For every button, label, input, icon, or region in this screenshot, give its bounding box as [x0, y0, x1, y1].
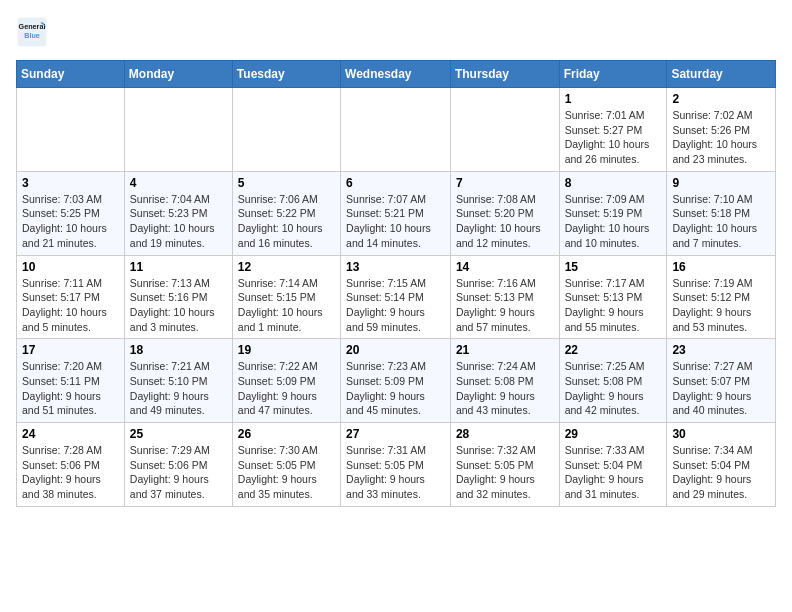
day-info: Sunrise: 7:30 AM Sunset: 5:05 PM Dayligh…	[238, 443, 335, 502]
day-info: Sunrise: 7:10 AM Sunset: 5:18 PM Dayligh…	[672, 192, 770, 251]
calendar-header: SundayMondayTuesdayWednesdayThursdayFrid…	[17, 61, 776, 88]
day-number: 17	[22, 343, 119, 357]
calendar-cell	[232, 88, 340, 172]
day-number: 20	[346, 343, 445, 357]
day-number: 16	[672, 260, 770, 274]
calendar-week-row: 17Sunrise: 7:20 AM Sunset: 5:11 PM Dayli…	[17, 339, 776, 423]
weekday-row: SundayMondayTuesdayWednesdayThursdayFrid…	[17, 61, 776, 88]
day-info: Sunrise: 7:19 AM Sunset: 5:12 PM Dayligh…	[672, 276, 770, 335]
calendar-week-row: 24Sunrise: 7:28 AM Sunset: 5:06 PM Dayli…	[17, 423, 776, 507]
day-number: 10	[22, 260, 119, 274]
day-number: 18	[130, 343, 227, 357]
day-info: Sunrise: 7:32 AM Sunset: 5:05 PM Dayligh…	[456, 443, 554, 502]
calendar-cell	[17, 88, 125, 172]
calendar-cell: 21Sunrise: 7:24 AM Sunset: 5:08 PM Dayli…	[450, 339, 559, 423]
day-info: Sunrise: 7:07 AM Sunset: 5:21 PM Dayligh…	[346, 192, 445, 251]
day-info: Sunrise: 7:20 AM Sunset: 5:11 PM Dayligh…	[22, 359, 119, 418]
day-info: Sunrise: 7:08 AM Sunset: 5:20 PM Dayligh…	[456, 192, 554, 251]
weekday-header: Monday	[124, 61, 232, 88]
day-number: 6	[346, 176, 445, 190]
calendar-cell: 9Sunrise: 7:10 AM Sunset: 5:18 PM Daylig…	[667, 171, 776, 255]
day-number: 22	[565, 343, 662, 357]
day-number: 24	[22, 427, 119, 441]
calendar-cell: 24Sunrise: 7:28 AM Sunset: 5:06 PM Dayli…	[17, 423, 125, 507]
day-info: Sunrise: 7:13 AM Sunset: 5:16 PM Dayligh…	[130, 276, 227, 335]
weekday-header: Tuesday	[232, 61, 340, 88]
calendar-week-row: 1Sunrise: 7:01 AM Sunset: 5:27 PM Daylig…	[17, 88, 776, 172]
calendar-cell: 17Sunrise: 7:20 AM Sunset: 5:11 PM Dayli…	[17, 339, 125, 423]
day-number: 13	[346, 260, 445, 274]
calendar-cell: 27Sunrise: 7:31 AM Sunset: 5:05 PM Dayli…	[341, 423, 451, 507]
calendar-week-row: 3Sunrise: 7:03 AM Sunset: 5:25 PM Daylig…	[17, 171, 776, 255]
calendar-cell: 20Sunrise: 7:23 AM Sunset: 5:09 PM Dayli…	[341, 339, 451, 423]
day-number: 1	[565, 92, 662, 106]
day-number: 15	[565, 260, 662, 274]
day-number: 2	[672, 92, 770, 106]
calendar-cell: 16Sunrise: 7:19 AM Sunset: 5:12 PM Dayli…	[667, 255, 776, 339]
day-number: 4	[130, 176, 227, 190]
calendar-cell: 1Sunrise: 7:01 AM Sunset: 5:27 PM Daylig…	[559, 88, 667, 172]
calendar-cell: 12Sunrise: 7:14 AM Sunset: 5:15 PM Dayli…	[232, 255, 340, 339]
day-number: 11	[130, 260, 227, 274]
day-info: Sunrise: 7:22 AM Sunset: 5:09 PM Dayligh…	[238, 359, 335, 418]
day-info: Sunrise: 7:21 AM Sunset: 5:10 PM Dayligh…	[130, 359, 227, 418]
day-number: 14	[456, 260, 554, 274]
day-number: 3	[22, 176, 119, 190]
calendar-cell: 14Sunrise: 7:16 AM Sunset: 5:13 PM Dayli…	[450, 255, 559, 339]
day-info: Sunrise: 7:29 AM Sunset: 5:06 PM Dayligh…	[130, 443, 227, 502]
day-number: 23	[672, 343, 770, 357]
day-info: Sunrise: 7:01 AM Sunset: 5:27 PM Dayligh…	[565, 108, 662, 167]
calendar-cell: 22Sunrise: 7:25 AM Sunset: 5:08 PM Dayli…	[559, 339, 667, 423]
day-number: 9	[672, 176, 770, 190]
calendar-cell: 28Sunrise: 7:32 AM Sunset: 5:05 PM Dayli…	[450, 423, 559, 507]
calendar-cell: 26Sunrise: 7:30 AM Sunset: 5:05 PM Dayli…	[232, 423, 340, 507]
day-number: 28	[456, 427, 554, 441]
calendar-cell: 19Sunrise: 7:22 AM Sunset: 5:09 PM Dayli…	[232, 339, 340, 423]
day-info: Sunrise: 7:17 AM Sunset: 5:13 PM Dayligh…	[565, 276, 662, 335]
calendar-cell: 10Sunrise: 7:11 AM Sunset: 5:17 PM Dayli…	[17, 255, 125, 339]
day-info: Sunrise: 7:09 AM Sunset: 5:19 PM Dayligh…	[565, 192, 662, 251]
calendar-cell	[341, 88, 451, 172]
day-number: 5	[238, 176, 335, 190]
day-info: Sunrise: 7:24 AM Sunset: 5:08 PM Dayligh…	[456, 359, 554, 418]
weekday-header: Friday	[559, 61, 667, 88]
day-info: Sunrise: 7:04 AM Sunset: 5:23 PM Dayligh…	[130, 192, 227, 251]
calendar-cell: 8Sunrise: 7:09 AM Sunset: 5:19 PM Daylig…	[559, 171, 667, 255]
calendar-cell: 29Sunrise: 7:33 AM Sunset: 5:04 PM Dayli…	[559, 423, 667, 507]
weekday-header: Sunday	[17, 61, 125, 88]
calendar-cell: 11Sunrise: 7:13 AM Sunset: 5:16 PM Dayli…	[124, 255, 232, 339]
calendar-cell: 4Sunrise: 7:04 AM Sunset: 5:23 PM Daylig…	[124, 171, 232, 255]
day-number: 21	[456, 343, 554, 357]
day-number: 7	[456, 176, 554, 190]
calendar-cell: 13Sunrise: 7:15 AM Sunset: 5:14 PM Dayli…	[341, 255, 451, 339]
day-info: Sunrise: 7:25 AM Sunset: 5:08 PM Dayligh…	[565, 359, 662, 418]
day-number: 12	[238, 260, 335, 274]
day-number: 25	[130, 427, 227, 441]
day-info: Sunrise: 7:28 AM Sunset: 5:06 PM Dayligh…	[22, 443, 119, 502]
svg-text:Blue: Blue	[24, 31, 40, 40]
day-number: 26	[238, 427, 335, 441]
weekday-header: Saturday	[667, 61, 776, 88]
day-info: Sunrise: 7:11 AM Sunset: 5:17 PM Dayligh…	[22, 276, 119, 335]
calendar-cell: 6Sunrise: 7:07 AM Sunset: 5:21 PM Daylig…	[341, 171, 451, 255]
day-info: Sunrise: 7:33 AM Sunset: 5:04 PM Dayligh…	[565, 443, 662, 502]
day-info: Sunrise: 7:14 AM Sunset: 5:15 PM Dayligh…	[238, 276, 335, 335]
day-info: Sunrise: 7:31 AM Sunset: 5:05 PM Dayligh…	[346, 443, 445, 502]
day-info: Sunrise: 7:23 AM Sunset: 5:09 PM Dayligh…	[346, 359, 445, 418]
day-info: Sunrise: 7:27 AM Sunset: 5:07 PM Dayligh…	[672, 359, 770, 418]
day-info: Sunrise: 7:02 AM Sunset: 5:26 PM Dayligh…	[672, 108, 770, 167]
day-number: 27	[346, 427, 445, 441]
day-info: Sunrise: 7:03 AM Sunset: 5:25 PM Dayligh…	[22, 192, 119, 251]
day-number: 19	[238, 343, 335, 357]
weekday-header: Thursday	[450, 61, 559, 88]
weekday-header: Wednesday	[341, 61, 451, 88]
calendar-table: SundayMondayTuesdayWednesdayThursdayFrid…	[16, 60, 776, 507]
calendar-cell: 30Sunrise: 7:34 AM Sunset: 5:04 PM Dayli…	[667, 423, 776, 507]
calendar-cell: 15Sunrise: 7:17 AM Sunset: 5:13 PM Dayli…	[559, 255, 667, 339]
day-number: 30	[672, 427, 770, 441]
day-info: Sunrise: 7:16 AM Sunset: 5:13 PM Dayligh…	[456, 276, 554, 335]
calendar-body: 1Sunrise: 7:01 AM Sunset: 5:27 PM Daylig…	[17, 88, 776, 507]
day-info: Sunrise: 7:15 AM Sunset: 5:14 PM Dayligh…	[346, 276, 445, 335]
calendar-cell	[124, 88, 232, 172]
calendar-cell: 5Sunrise: 7:06 AM Sunset: 5:22 PM Daylig…	[232, 171, 340, 255]
